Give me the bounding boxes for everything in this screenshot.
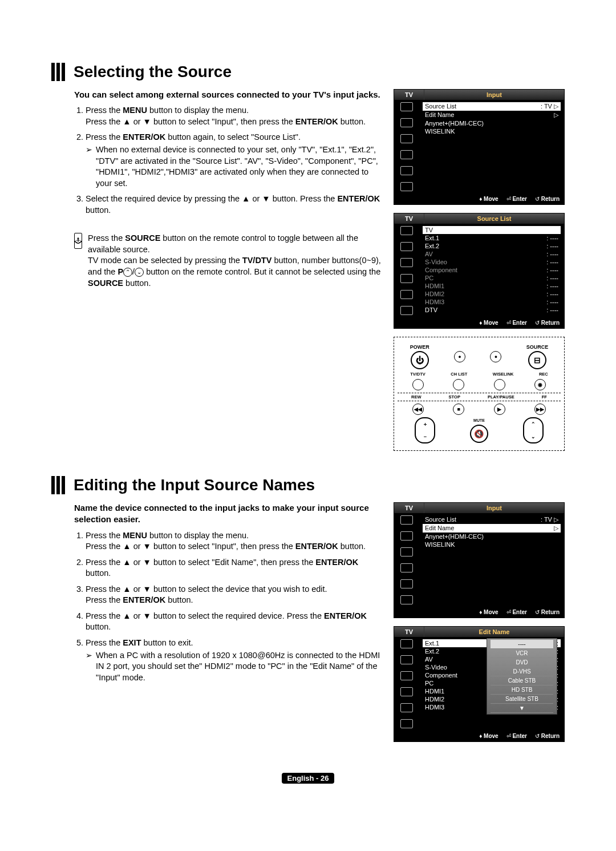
p-down-icon: ⌄ (135, 268, 144, 277)
osd-menu-row: WISELINK (423, 127, 561, 135)
osd-edit-name: TVEdit Name Ext.1:Ext.2:AV:S-Video:Compo… (394, 626, 565, 742)
osd-menu-row: Anynet+(HDMI-CEC) (423, 533, 561, 541)
step: Select the required device by pressing t… (86, 193, 382, 216)
section2-intro: Name the device connected to the input j… (51, 502, 382, 526)
osd-menu-row: Component: ---- (423, 266, 561, 274)
osd-menu-row: TV (423, 226, 561, 234)
step: Press the ENTER/OK button again, to sele… (86, 132, 382, 189)
osd-input-menu-2: TVInput Source List: TV ▷Edit Name ▷Anyn… (394, 502, 565, 618)
osd-menu-row: DTV: ---- (423, 306, 561, 314)
remote-diagram: POWER⏻ ●● SOURCE⊟ TV/DTVCH LISTWISELINKR… (394, 337, 565, 451)
osd-menu-row: Source List: TV ▷ (423, 102, 561, 111)
osd-menu-row: WISELINK (423, 541, 561, 548)
osd-menu-row: Source List: TV ▷ (423, 515, 561, 524)
osd-sidebar-icons (394, 100, 419, 193)
osd-dropdown: ----VCRDVDD-VHSCable STBHD STBSatellite … (487, 638, 557, 715)
osd-sidebar-icons (394, 637, 419, 731)
osd-sidebar-icons (394, 513, 419, 607)
step: Press the ▲ or ▼ button to select "Edit … (86, 557, 382, 579)
remote-icon: 🕹 (74, 233, 82, 249)
section1-heading: Selecting the Source (51, 63, 565, 81)
osd-menu-row: HDMI3: ---- (423, 298, 561, 306)
osd-menu-row: S-Video: ---- (423, 258, 561, 266)
osd-menu-row: AV: ---- (423, 250, 561, 258)
step: Press the ▲ or ▼ button to select the de… (86, 584, 382, 606)
osd-menu-row: Ext.2: ---- (423, 242, 561, 250)
section2-title: Editing the Input Source Names (74, 476, 315, 494)
step: Press the EXIT button to exit. ➢When a P… (86, 638, 382, 683)
p-up-icon: ⌃ (123, 268, 132, 277)
osd-input-menu: TVInput Source List: TV ▷Edit Name ▷Anyn… (394, 89, 565, 205)
section2-heading: Editing the Input Source Names (51, 476, 565, 494)
step: Press the MENU button to display the men… (86, 530, 382, 552)
osd-menu-row: Anynet+(HDMI-CEC) (423, 119, 561, 127)
page-footer: English - 26 (51, 773, 565, 784)
remote-note: 🕹 Press the SOURCE button on the remote … (51, 233, 382, 289)
step: Press the MENU button to display the men… (86, 105, 382, 127)
osd-menu-row: PC: ---- (423, 274, 561, 282)
section1-intro: You can select among external sources co… (51, 89, 382, 100)
osd-menu-row: HDMI2: ---- (423, 290, 561, 298)
heading-bars (51, 476, 67, 494)
note-arrow-icon: ➢ (86, 144, 92, 189)
heading-bars (51, 63, 67, 81)
section2-steps: Press the MENU button to display the men… (51, 530, 382, 684)
osd-menu-row: HDMI1: ---- (423, 282, 561, 290)
step: Press the ▲ or ▼ button to select the re… (86, 611, 382, 633)
osd-menu-row: Edit Name ▷ (423, 524, 561, 533)
note-arrow-icon: ➢ (86, 650, 92, 684)
osd-menu-row: Edit Name ▷ (423, 111, 561, 119)
osd-source-list: TVSource List TVExt.1: ----Ext.2: ----AV… (394, 213, 565, 329)
section1-title: Selecting the Source (74, 63, 232, 81)
osd-menu-row: Ext.1: ---- (423, 234, 561, 242)
section1-steps: Press the MENU button to display the men… (51, 105, 382, 216)
osd-sidebar-icons (394, 224, 419, 317)
